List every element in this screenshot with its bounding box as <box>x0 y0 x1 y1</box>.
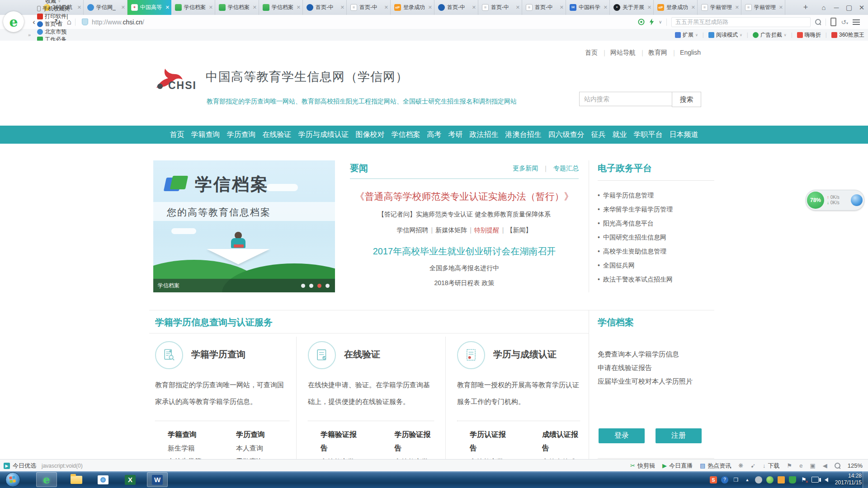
browser-tab[interactable]: 学信档案✕ <box>171 0 215 15</box>
search-icon[interactable] <box>815 19 821 25</box>
browser-tab[interactable]: ≡学籍管理✕ <box>741 0 785 15</box>
news-line-1[interactable]: 【答记者问】实施师范类专业认证 健全教师教育质量保障体系 <box>350 211 579 219</box>
browser-tab[interactable]: eP登录成功✕ <box>654 0 698 15</box>
tray-app-icon[interactable] <box>755 476 762 483</box>
browser-tab[interactable]: 学信档案✕ <box>215 0 259 15</box>
mainnav-item[interactable]: 学信档案 <box>392 130 420 140</box>
bookmark-item[interactable]: 打印软件| <box>37 13 70 20</box>
restore-icon[interactable]: ❒ <box>732 476 740 483</box>
tab-close-icon[interactable]: ✕ <box>297 5 301 10</box>
browser-tab[interactable]: ✉中国科学✕ <box>566 0 610 15</box>
browser-tab[interactable]: ≡首页-中✕ <box>347 0 391 15</box>
tab-close-icon[interactable]: ✕ <box>340 5 344 10</box>
bookmark-item[interactable]: 北京市预 <box>37 28 70 36</box>
taskbar-excel-icon[interactable]: X <box>120 472 141 487</box>
tray-folder-icon[interactable] <box>778 476 785 483</box>
mainnav-item[interactable]: 高考 <box>427 130 442 140</box>
today-picks-label[interactable]: 今日优选 <box>13 462 36 470</box>
card-link[interactable]: 零散查询 <box>236 455 265 459</box>
tab-close-icon[interactable]: ✕ <box>77 5 81 10</box>
tab-close-icon[interactable]: ✕ <box>165 5 170 10</box>
action-center-flag-icon[interactable]: ⚑ <box>800 476 807 483</box>
tab-close-icon[interactable]: ✕ <box>121 5 125 10</box>
browser-tab[interactable]: ≡首页-中✕ <box>478 0 522 15</box>
browser-tab[interactable]: 学信网_✕ <box>84 0 127 15</box>
tab-close-icon[interactable]: ✕ <box>560 5 564 10</box>
link-column-head[interactable]: 学历查询 <box>236 428 265 441</box>
tab-close-icon[interactable]: ✕ <box>691 5 695 10</box>
egov-link[interactable]: 高校学生资助信息管理 <box>598 244 714 258</box>
archive-title[interactable]: 学信档案 <box>598 316 714 328</box>
card-title[interactable]: 学历与成绩认证 <box>493 348 557 361</box>
news-line-3[interactable]: 全国多地高考报名进行中 <box>350 264 579 272</box>
volume-icon[interactable] <box>823 476 830 483</box>
screenshot-icon[interactable] <box>638 19 645 25</box>
egov-link[interactable]: 中国研究生招生信息网 <box>598 230 714 244</box>
magnifier-gray-item[interactable] <box>835 463 840 469</box>
input-method-icon[interactable]: S <box>710 476 717 483</box>
bookmark-item[interactable]: 手机收藏夹 <box>37 5 70 13</box>
status-item[interactable]: 125% <box>848 462 863 469</box>
mainnav-item[interactable]: 图像校对 <box>356 130 385 140</box>
topnav-link[interactable]: 网站导航 <box>604 49 642 57</box>
quick-search-input[interactable]: 五五开黑互怼成陌路 <box>671 17 811 27</box>
link-column-head[interactable]: 学历验证报告 <box>395 428 434 455</box>
site-security-icon[interactable] <box>82 19 88 25</box>
tab-close-icon[interactable]: ✕ <box>384 5 388 10</box>
maximize-icon[interactable]: ▢ <box>843 4 855 12</box>
register-button[interactable]: 注册 <box>656 428 702 443</box>
mainnav-item[interactable]: 港澳台招生 <box>505 130 542 140</box>
news-link[interactable]: 学信网招聘 <box>397 226 429 234</box>
carousel-dot[interactable] <box>317 284 321 288</box>
browser-tab[interactable]: ≡学籍管理✕ <box>698 0 741 15</box>
fan-gray-item[interactable]: ❋ <box>738 462 743 469</box>
card-link[interactable]: 高校在校成绩 <box>542 455 580 459</box>
link-column-head[interactable]: 学籍验证报告 <box>321 428 360 455</box>
topnav-link[interactable]: 首页 <box>579 49 604 57</box>
window-gray-item[interactable]: ▣ <box>810 462 815 469</box>
site-search-button[interactable]: 搜索 <box>672 92 701 107</box>
play-circle-green-item[interactable]: ▶今日直播 <box>662 462 693 470</box>
close-icon[interactable]: ✕ <box>855 4 868 12</box>
taskbar-word-icon[interactable]: W <box>147 472 168 487</box>
login-button[interactable]: 登录 <box>599 428 645 443</box>
browser-tab[interactable]: ≡首页-中✕ <box>522 0 566 15</box>
mainnav-item[interactable]: 学历与成绩认证 <box>298 130 349 140</box>
link-column-head[interactable]: 学历认证报告 <box>470 428 508 455</box>
taskbar-browser-icon[interactable]: e <box>36 472 57 487</box>
news-headline-2[interactable]: 2017年高校毕业生就业创业研讨会在湖南召开 <box>350 245 579 258</box>
taskbar-clock[interactable]: 14:28 2017/11/15 <box>835 473 862 486</box>
topnav-link[interactable]: English <box>674 49 707 57</box>
carousel-banner[interactable]: 学信档案 您的高等教育信息档案 学信档案 <box>153 160 335 292</box>
tab-close-icon[interactable]: ✕ <box>735 5 739 10</box>
card-title[interactable]: 在线验证 <box>344 348 380 361</box>
show-desktop-button[interactable] <box>863 471 868 488</box>
browser-tab[interactable]: ✶中国高等✕ <box>127 0 171 15</box>
site-search-input[interactable] <box>579 92 672 106</box>
card-link[interactable]: 高等教育学历 <box>470 455 508 459</box>
link-column-head[interactable]: 成绩认证报告 <box>542 428 580 455</box>
card-title[interactable]: 学籍学历查询 <box>191 348 245 361</box>
mainnav-item[interactable]: 征兵 <box>591 130 606 140</box>
card-link[interactable]: 本人查询 <box>236 441 265 455</box>
news-link[interactable]: 新媒体矩阵 <box>435 226 467 234</box>
bookmark-item[interactable]: 收藏∨ <box>37 0 70 5</box>
browser-tab[interactable]: 学信档案✕ <box>259 0 303 15</box>
skin-icon[interactable]: ⌂ <box>817 4 830 11</box>
taskbar-explorer-icon[interactable] <box>66 472 87 487</box>
download-gray-item[interactable]: ↓下载 <box>763 462 780 470</box>
speaker-gray-item[interactable]: ◀ <box>823 462 827 469</box>
bookmark-item[interactable]: 扩展∨ <box>675 31 698 39</box>
browser-tab[interactable]: •关于开展✕ <box>610 0 654 15</box>
news-blue-item[interactable]: ▤热点资讯 <box>700 462 731 470</box>
speed-mode-icon[interactable] <box>649 19 654 25</box>
chevron-down-icon[interactable]: ∨ <box>659 19 662 24</box>
url-field[interactable]: http://www.chsi.cn/ <box>92 19 144 26</box>
flag-gray-item[interactable]: ⚑ <box>787 462 793 469</box>
speed-badge[interactable]: 78% ↑ 0K/s ↓ 0K/s <box>806 190 864 211</box>
mainnav-item[interactable]: 就业 <box>613 130 627 140</box>
taskbar-photo-viewer-icon[interactable] <box>93 472 113 487</box>
tab-close-icon[interactable]: ✕ <box>209 5 213 10</box>
tab-close-icon[interactable]: ✕ <box>253 5 257 10</box>
tray-shield-icon[interactable] <box>789 476 796 483</box>
